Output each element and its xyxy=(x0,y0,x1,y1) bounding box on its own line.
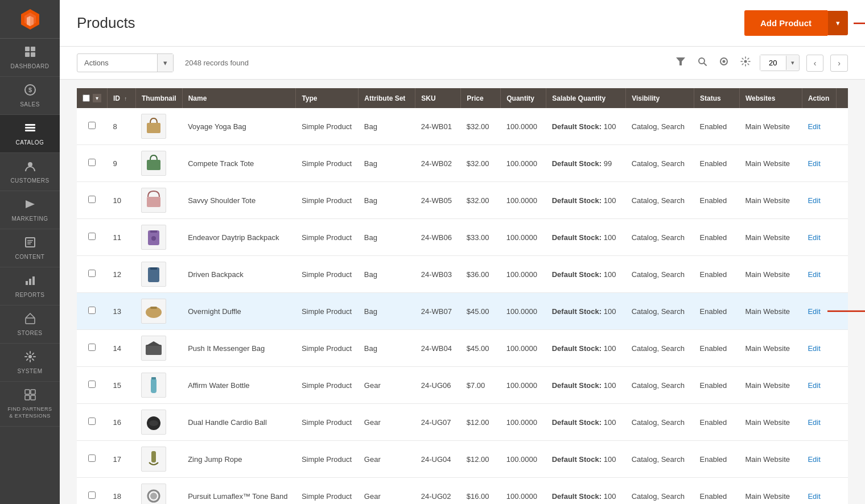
add-product-dropdown-button[interactable]: ▾ xyxy=(827,11,848,35)
row-id: 13 xyxy=(108,293,136,330)
svg-rect-40 xyxy=(150,230,157,233)
row-action: Edit xyxy=(802,478,836,505)
row-type: Simple Product xyxy=(296,441,359,478)
column-header-visibility[interactable]: Visibility xyxy=(626,88,694,108)
row-checkbox[interactable] xyxy=(88,491,96,499)
row-checkbox[interactable] xyxy=(88,159,96,166)
edit-link[interactable]: Edit xyxy=(808,455,820,464)
sidebar-item-sales[interactable]: $ SALES xyxy=(0,77,60,115)
svg-rect-37 xyxy=(147,160,160,170)
row-websites: Main Website xyxy=(740,441,802,478)
row-status: Enabled xyxy=(694,108,740,145)
products-table: ▾ ID ↑ Thumbnail Name Type Attribute Set… xyxy=(77,88,848,504)
main-content: Products Add Product ▾ xyxy=(60,0,865,504)
row-action: Edit xyxy=(802,367,836,404)
svg-point-52 xyxy=(149,420,158,426)
actions-select[interactable]: Actions xyxy=(77,54,157,72)
sidebar-item-customers[interactable]: CUSTOMERS xyxy=(0,153,60,191)
per-page-input[interactable] xyxy=(760,55,786,71)
row-action: Edit xyxy=(802,145,836,182)
edit-link[interactable]: Edit xyxy=(808,122,820,131)
row-checkbox[interactable] xyxy=(88,122,96,129)
edit-link[interactable]: Edit xyxy=(808,418,820,427)
column-header-attribute-set[interactable]: Attribute Set xyxy=(359,88,415,108)
row-checkbox[interactable] xyxy=(88,418,96,425)
svg-rect-53 xyxy=(151,451,156,462)
row-thumbnail xyxy=(135,219,182,256)
sidebar-item-stores[interactable]: STORES xyxy=(0,305,60,344)
svg-rect-19 xyxy=(26,281,28,285)
row-price: $36.00 xyxy=(461,256,501,293)
edit-link[interactable]: Edit xyxy=(808,159,820,168)
column-header-status[interactable]: Status xyxy=(694,88,740,108)
edit-link[interactable]: Edit xyxy=(808,381,820,390)
row-checkbox[interactable] xyxy=(88,233,96,240)
row-checkbox[interactable] xyxy=(88,270,96,277)
edit-link[interactable]: Edit xyxy=(808,270,820,279)
edit-link[interactable]: Edit xyxy=(808,196,820,205)
actions-select-arrow[interactable]: ▾ xyxy=(157,54,173,72)
sidebar-item-content[interactable]: CONTENT xyxy=(0,229,60,267)
add-product-button[interactable]: Add Product xyxy=(744,10,827,36)
sidebar-item-find-partners[interactable]: FIND PARTNERS& EXTENSIONS xyxy=(0,382,60,427)
row-checkbox[interactable] xyxy=(88,196,96,203)
row-salable-quantity: Default Stock: 100 xyxy=(546,108,626,145)
columns-icon[interactable] xyxy=(716,54,731,72)
search-icon[interactable] xyxy=(695,54,710,72)
column-header-price[interactable]: Price xyxy=(461,88,501,108)
row-thumbnail xyxy=(135,478,182,505)
column-header-salable-quantity[interactable]: Salable Quantity xyxy=(546,88,626,108)
edit-link[interactable]: Edit xyxy=(808,233,820,242)
sidebar-item-marketing[interactable]: MARKETING xyxy=(0,191,60,229)
row-attribute-set: Gear xyxy=(359,441,415,478)
column-header-quantity[interactable]: Quantity xyxy=(501,88,546,108)
column-header-id[interactable]: ID ↑ xyxy=(108,88,136,108)
table-row: 14 Push It Messenger Bag Simple Product … xyxy=(77,330,848,367)
edit-link[interactable]: Edit xyxy=(808,344,820,353)
row-name: Dual Handle Cardio Ball xyxy=(182,404,296,441)
sidebar-item-catalog[interactable]: CATALOG xyxy=(0,115,60,153)
row-checkbox[interactable] xyxy=(88,381,96,388)
row-sku: 24-UG06 xyxy=(415,367,461,404)
row-checkbox[interactable] xyxy=(88,344,96,351)
svg-rect-17 xyxy=(27,242,32,243)
row-checkbox[interactable] xyxy=(88,307,96,314)
row-checkbox-cell xyxy=(77,404,108,441)
edit-link[interactable]: Edit xyxy=(808,307,820,316)
row-visibility: Catalog, Search xyxy=(626,219,694,256)
column-header-name[interactable]: Name xyxy=(182,88,296,108)
row-salable-quantity: Default Stock: 100 xyxy=(546,219,626,256)
svg-marker-2 xyxy=(27,16,30,26)
row-websites: Main Website xyxy=(740,256,802,293)
settings-icon[interactable] xyxy=(738,54,753,72)
row-type: Simple Product xyxy=(296,478,359,505)
row-more xyxy=(836,441,848,478)
row-visibility: Catalog, Search xyxy=(626,404,694,441)
row-id: 8 xyxy=(108,108,136,145)
sidebar-item-system[interactable]: SYSTEM xyxy=(0,344,60,382)
sidebar-item-content-label: CONTENT xyxy=(15,254,45,260)
svg-rect-6 xyxy=(25,52,30,57)
column-header-websites[interactable]: Websites xyxy=(740,88,802,108)
row-status: Enabled xyxy=(694,404,740,441)
column-header-checkbox: ▾ xyxy=(77,88,108,108)
row-checkbox[interactable] xyxy=(88,455,96,462)
edit-link[interactable]: Edit xyxy=(808,492,820,501)
column-header-sku[interactable]: SKU xyxy=(415,88,461,108)
row-attribute-set: Bag xyxy=(359,182,415,219)
filter-icon[interactable] xyxy=(673,54,688,72)
row-visibility: Catalog, Search xyxy=(626,330,694,367)
toolbar-right: ▾ ‹ › xyxy=(673,54,848,72)
sidebar-item-dashboard[interactable]: DASHBOARD xyxy=(0,39,60,77)
pagination-prev-button[interactable]: ‹ xyxy=(806,55,824,72)
select-all-checkbox[interactable] xyxy=(83,94,90,102)
pagination-next-button[interactable]: › xyxy=(830,55,848,72)
column-header-type[interactable]: Type xyxy=(296,88,359,108)
thumbnail-image xyxy=(141,484,166,504)
per-page-arrow[interactable]: ▾ xyxy=(786,56,799,70)
svg-rect-20 xyxy=(29,279,31,285)
row-id: 17 xyxy=(108,441,136,478)
sidebar-item-reports[interactable]: REPORTS xyxy=(0,267,60,305)
svg-marker-30 xyxy=(676,57,685,65)
select-all-dropdown[interactable]: ▾ xyxy=(93,94,101,102)
